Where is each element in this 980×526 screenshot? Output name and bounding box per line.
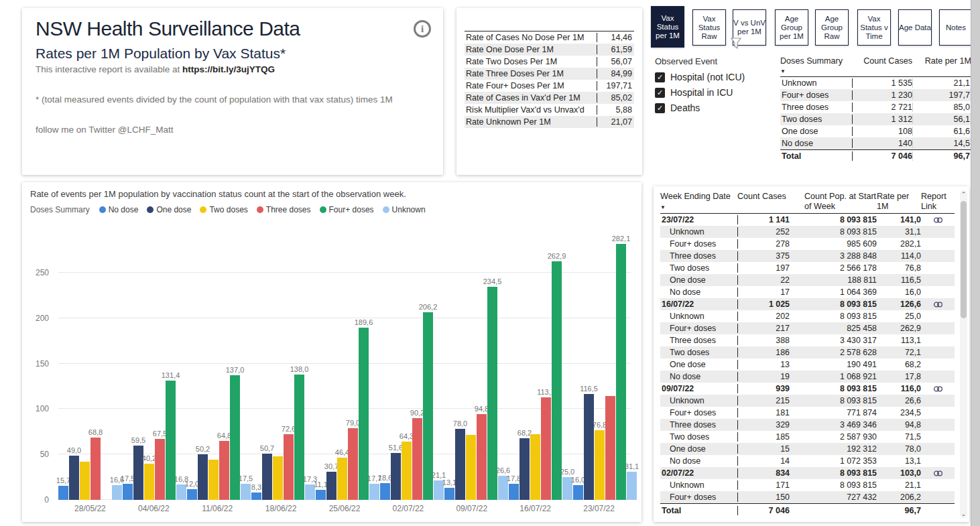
bar-no-dose[interactable]: 8,3	[251, 492, 261, 500]
week-group-row[interactable]: 23/07/221 1418 093 815141,0	[660, 214, 955, 226]
bar-three-doses[interactable]	[605, 396, 615, 500]
doses-summary-row[interactable]: Three doses2 72185,0	[780, 101, 971, 113]
scroll-up-icon[interactable]: ⌃	[960, 190, 967, 198]
bar-one-dose[interactable]: 78,0	[455, 429, 465, 500]
scrollbar-thumb[interactable]	[961, 201, 967, 318]
bar-two-doses[interactable]: 64,3	[402, 442, 412, 500]
availability-link[interactable]: https://bit.ly/3ujYTQG	[182, 64, 275, 74]
count-cases-col-header[interactable]: Count Cases	[737, 192, 790, 212]
bar-unknown[interactable]: 16,6	[112, 485, 122, 501]
legend-item[interactable]: One dose	[147, 205, 191, 214]
bar-no-dose[interactable]: 18,6	[380, 483, 390, 500]
week-detail-row[interactable]: One dose13190 49168,2	[660, 358, 955, 371]
bar-two-doses[interactable]	[466, 435, 476, 500]
bar-three-doses[interactable]: 113,1	[541, 397, 551, 500]
doses-summary-row[interactable]: One dose10861,6	[780, 125, 971, 137]
bar-unknown[interactable]: 17,5	[241, 484, 251, 500]
checkbox-option[interactable]: ✓Hospital (not ICU)	[655, 72, 776, 82]
tab-age-group-per-1m[interactable]: Age Group per 1M	[775, 9, 808, 46]
week-detail-row[interactable]: Two doses1852 587 93071,5	[660, 431, 955, 443]
checkbox-option[interactable]: ✓Deaths	[655, 103, 776, 113]
week-detail-row[interactable]: Four+ doses217825 458262,9	[660, 322, 955, 334]
bar-unknown[interactable]: 17,7	[369, 484, 379, 500]
week-detail-row[interactable]: Unknown2028 093 81525,0	[660, 310, 955, 322]
bar-two-doses[interactable]: 40,2	[144, 464, 154, 501]
week-detail-row[interactable]: Four+ doses150727 432206,2	[660, 491, 955, 503]
report-link-icon[interactable]	[921, 216, 955, 224]
bar-no-dose[interactable]: 13,1	[444, 488, 454, 500]
week-detail-row[interactable]: No dose171 064 36916,0	[660, 286, 955, 298]
doses-summary-row[interactable]: Four+ doses1 230197,7	[780, 89, 971, 101]
legend-item[interactable]: Three doses	[257, 205, 311, 214]
rates-row[interactable]: Rate Two Doses Per 1M56,07	[465, 56, 634, 68]
tab-age-data[interactable]: Age Data	[898, 9, 932, 46]
doses-summary-row[interactable]: Unknown1 53521,1	[780, 77, 971, 89]
bar-two-doses[interactable]	[208, 460, 219, 500]
rates-row[interactable]: Rate One Dose Per 1M61,59	[465, 44, 634, 56]
count-cases-col-header[interactable]: Count Cases	[852, 56, 912, 75]
table-scrollbar[interactable]: ⌃ ⌄	[960, 190, 967, 518]
count-pop-col-header[interactable]: Count Pop. at Start of Week	[790, 192, 877, 212]
bar-three-doses[interactable]: 94,8	[477, 414, 487, 501]
bar-two-doses[interactable]	[273, 456, 283, 500]
scroll-down-icon[interactable]: ⌄	[960, 510, 967, 518]
bar-no-dose[interactable]: 11,1	[316, 490, 326, 500]
bar-one-dose[interactable]: 30,7	[326, 472, 336, 500]
report-link-col-header[interactable]: Report Link	[921, 192, 955, 212]
tab-vax-status-per-1m[interactable]: Vax Status per 1M	[651, 6, 684, 48]
week-group-row[interactable]: 02/07/228348 093 815103,0	[660, 467, 955, 479]
bar-four-doses[interactable]: 262,9	[552, 261, 562, 501]
week-detail-row[interactable]: One dose22188 811116,5	[660, 274, 955, 286]
bar-three-doses[interactable]: 79,0	[348, 428, 358, 500]
bar-two-doses[interactable]: 46,4	[337, 458, 347, 500]
legend-item[interactable]: No dose	[99, 205, 139, 214]
week-detail-row[interactable]: Two doses1862 578 62872,1	[660, 346, 955, 358]
doses-summary-col-header[interactable]: Doses Summary▼	[780, 56, 852, 75]
rates-row[interactable]: Rate Unknown Per 1M21,07	[465, 116, 634, 128]
rates-row[interactable]: Rate Three Doses Per 1M84,99	[465, 68, 634, 80]
checkbox-checked-icon[interactable]: ✓	[655, 88, 665, 98]
rates-row[interactable]: Rate of Cases in Vax'd Per 1M85,02	[465, 92, 634, 104]
bar-one-dose[interactable]: 49,0	[69, 456, 79, 500]
week-detail-row[interactable]: Two doses1972 566 17876,8	[660, 262, 955, 274]
week-detail-row[interactable]: Unknown1718 093 81521,1	[660, 479, 955, 491]
checkbox-option[interactable]: ✓Hospital in ICU	[655, 87, 776, 98]
doses-summary-row[interactable]: Two doses1 31256,1	[780, 113, 971, 125]
week-detail-row[interactable]: One dose15192 31278,0	[660, 443, 955, 455]
bar-three-doses[interactable]: 68,8	[90, 438, 101, 500]
bar-three-doses[interactable]: 90,2	[412, 418, 422, 500]
bar-one-dose[interactable]: 50,2	[198, 454, 208, 500]
report-link-icon[interactable]	[921, 385, 955, 393]
bar-one-dose[interactable]: 116,5	[584, 394, 594, 500]
week-detail-row[interactable]: Three doses3293 469 34694,8	[660, 419, 955, 431]
doses-summary-row[interactable]: No dose14014,5	[780, 137, 971, 149]
checkbox-checked-icon[interactable]: ✓	[655, 72, 665, 82]
week-detail-row[interactable]: Three doses3753 288 848114,0	[660, 250, 955, 262]
bar-one-dose[interactable]: 68,2	[519, 438, 530, 501]
legend-item[interactable]: Four+ doses	[320, 205, 374, 214]
tab-age-group-raw[interactable]: Age Group Raw	[815, 9, 849, 46]
week-detail-row[interactable]: No dose141 072 35313,1	[660, 455, 955, 467]
week-group-row[interactable]: 09/07/229398 093 815116,0	[660, 383, 955, 395]
week-group-row[interactable]: 16/07/221 0258 093 815126,6	[660, 298, 955, 310]
week-detail-row[interactable]: Unknown2528 093 81531,1	[660, 226, 955, 238]
bar-no-dose[interactable]: 15,7	[58, 486, 68, 500]
week-ending-col-header[interactable]: Week Ending Date▼	[660, 192, 737, 212]
report-link-icon[interactable]	[921, 470, 955, 477]
bar-three-doses[interactable]: 72,6	[284, 434, 294, 500]
tab-notes[interactable]: Notes	[939, 9, 973, 46]
rate-col-header[interactable]: Rate per 1M	[912, 56, 971, 75]
week-detail-row[interactable]: Unknown2158 093 81526,6	[660, 395, 955, 407]
bar-four-doses[interactable]: 282,1	[616, 244, 626, 501]
rate-col-header[interactable]: Rate per 1M	[877, 192, 921, 212]
checkbox-checked-icon[interactable]: ✓	[655, 103, 665, 113]
bar-one-dose[interactable]: 51,6	[391, 453, 401, 500]
report-link-icon[interactable]	[921, 301, 955, 308]
rates-row[interactable]: Rate Four+ Doses Per 1M197,71	[465, 80, 634, 92]
rates-row[interactable]: Rate of Cases No Dose Per 1M14,46	[465, 31, 634, 44]
bar-no-dose[interactable]: 17,5	[123, 484, 133, 500]
bar-unknown[interactable]: 31,1	[627, 472, 637, 500]
bar-three-doses[interactable]: 64,8	[219, 441, 229, 500]
bar-two-doses[interactable]: 76,8	[595, 430, 605, 500]
week-detail-row[interactable]: Four+ doses181771 874234,5	[660, 407, 955, 419]
